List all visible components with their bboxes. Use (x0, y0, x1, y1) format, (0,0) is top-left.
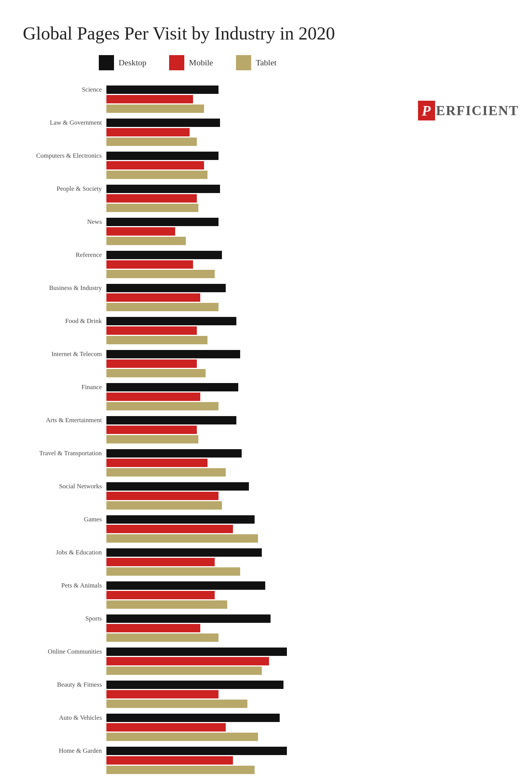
bar-row-mobile (23, 194, 403, 203)
bar-tablet (106, 700, 247, 708)
bar-row-tablet (23, 534, 403, 543)
bar-row-tablet (23, 468, 403, 477)
bar-row-desktop: News (23, 218, 403, 226)
bar-group: News (23, 218, 403, 249)
bar-row-desktop: Internet & Telecom (23, 350, 403, 358)
bar-desktop (106, 515, 255, 524)
bar-mobile (106, 459, 207, 467)
legend-desktop: Desktop (99, 55, 146, 70)
legend-label-mobile: Mobile (189, 58, 213, 68)
category-label: Food & Drink (23, 317, 106, 325)
category-label: Computers & Electronics (23, 152, 106, 160)
bar-desktop (106, 119, 220, 127)
bar-mobile (106, 359, 197, 368)
bar-row-tablet (23, 667, 403, 675)
bar-mobile (106, 326, 197, 335)
category-label: Jobs & Education (23, 549, 106, 556)
category-label: Reference (23, 251, 106, 259)
bar-row-mobile (23, 326, 403, 335)
bar-row-desktop: Sports (23, 614, 403, 623)
bar-desktop (106, 747, 287, 755)
category-label: Internet & Telecom (23, 350, 106, 358)
bar-row-mobile (23, 525, 403, 533)
bar-tablet (106, 534, 258, 543)
bar-row-tablet (23, 567, 403, 576)
bar-desktop (106, 614, 271, 623)
bar-tablet (106, 501, 222, 510)
bar-group: Internet & Telecom (23, 350, 403, 381)
bar-mobile (106, 624, 200, 632)
bar-group: Law & Government (23, 119, 403, 149)
chart-main: ScienceLaw & GovernmentComputers & Elect… (23, 86, 403, 779)
bar-row-desktop: Pets & Animals (23, 581, 403, 590)
legend-mobile: Mobile (169, 55, 213, 70)
bar-tablet (106, 336, 207, 344)
bar-mobile (106, 723, 226, 732)
perficient-p: P (418, 101, 435, 120)
bar-row-mobile (23, 657, 403, 665)
bar-row-mobile (23, 624, 403, 632)
category-label: Auto & Vehicles (23, 714, 106, 722)
legend-box-desktop (99, 55, 114, 70)
bar-group: Food & Drink (23, 317, 403, 348)
bar-tablet (106, 204, 198, 212)
bar-mobile (106, 194, 197, 203)
bar-tablet (106, 567, 240, 576)
legend: Desktop Mobile Tablet (99, 55, 509, 70)
bar-mobile (106, 558, 215, 566)
bar-group: Travel & Transportation (23, 449, 403, 480)
bar-row-desktop: Reference (23, 251, 403, 259)
perficient-suffix: ERFICIENT (436, 103, 519, 119)
bar-group: Reference (23, 251, 403, 282)
category-label: Games (23, 516, 106, 523)
bar-row-desktop: Science (23, 86, 403, 94)
bar-tablet (106, 766, 255, 774)
bar-desktop (106, 218, 218, 226)
bar-row-mobile (23, 227, 403, 236)
category-label: Social Networks (23, 483, 106, 490)
bar-mobile (106, 293, 200, 302)
bar-row-tablet (23, 435, 403, 443)
bar-row-mobile (23, 293, 403, 302)
bar-desktop (106, 317, 236, 325)
bar-row-desktop: People & Society (23, 185, 403, 193)
bar-tablet (106, 303, 218, 311)
bar-mobile (106, 426, 197, 434)
bar-mobile (106, 492, 218, 500)
bar-group: Online Communities (23, 648, 403, 678)
bar-group: Finance (23, 383, 403, 414)
bar-row-mobile (23, 690, 403, 698)
legend-label-desktop: Desktop (119, 58, 146, 68)
bar-row-tablet (23, 766, 403, 774)
bar-row-tablet (23, 336, 403, 344)
bar-desktop (106, 482, 249, 491)
chart-right: P ERFICIENT (403, 86, 509, 779)
bar-row-tablet (23, 171, 403, 179)
bar-row-desktop: Home & Garden (23, 747, 403, 755)
bar-tablet (106, 237, 186, 245)
category-label: Law & Government (23, 119, 106, 127)
bar-row-mobile (23, 558, 403, 566)
bar-group: Jobs & Education (23, 548, 403, 579)
bar-row-tablet (23, 733, 403, 741)
bar-desktop (106, 648, 287, 656)
bar-mobile (106, 525, 233, 533)
category-label: Travel & Transportation (23, 450, 106, 457)
bar-mobile (106, 756, 233, 765)
bar-row-desktop: Online Communities (23, 648, 403, 656)
bar-row-desktop: Games (23, 515, 403, 524)
bar-mobile (106, 393, 200, 401)
bar-row-desktop: Computers & Electronics (23, 152, 403, 160)
bar-tablet (106, 402, 218, 410)
bar-row-tablet (23, 104, 403, 113)
bar-mobile (106, 657, 269, 665)
bar-row-mobile (23, 459, 403, 467)
bar-tablet (106, 138, 197, 146)
bar-desktop (106, 350, 240, 358)
bar-group: Auto & Vehicles (23, 714, 403, 744)
bar-row-tablet (23, 138, 403, 146)
category-label: Pets & Animals (23, 582, 106, 589)
bar-row-tablet (23, 501, 403, 510)
category-label: Science (23, 86, 106, 93)
bar-desktop (106, 416, 236, 424)
